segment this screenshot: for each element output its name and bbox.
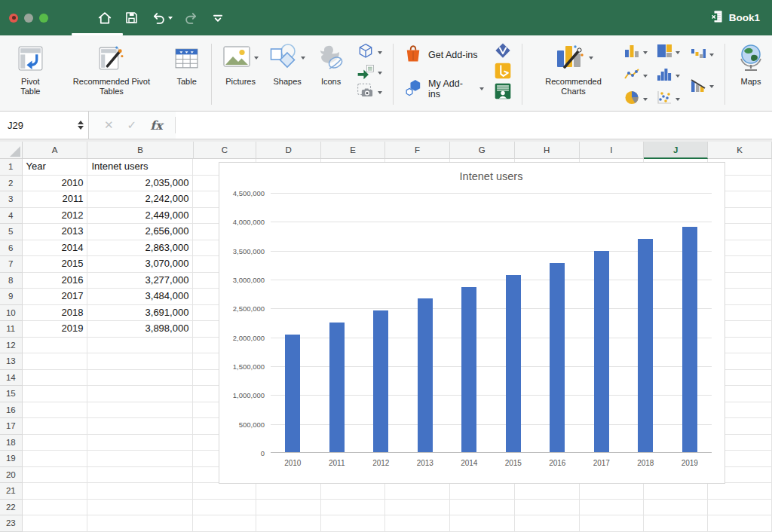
- shapes-dropdown-icon[interactable]: [301, 57, 305, 60]
- insert-scatter-chart-button[interactable]: [657, 90, 680, 108]
- row-header-1[interactable]: 1: [0, 159, 23, 176]
- cell-C23[interactable]: [193, 515, 256, 532]
- cell-B15[interactable]: [87, 386, 193, 402]
- row-header-9[interactable]: 9: [0, 289, 23, 305]
- my-addins-dropdown-icon[interactable]: [479, 87, 484, 90]
- redo-button[interactable]: [183, 10, 200, 26]
- row-header-10[interactable]: 10: [0, 305, 23, 322]
- cell-B5[interactable]: 2,656,000: [87, 224, 193, 240]
- pie-chart-dropdown-icon[interactable]: [643, 98, 648, 101]
- cell-B16[interactable]: [87, 402, 193, 419]
- pictures-button[interactable]: Pictures: [222, 39, 259, 87]
- stepper-down-icon[interactable]: [78, 126, 84, 130]
- cell-B2[interactable]: 2,035,000: [87, 176, 193, 192]
- recommended-charts-dropdown-icon[interactable]: [589, 57, 593, 60]
- cell-A17[interactable]: [23, 418, 88, 435]
- histogram-chart-dropdown-icon[interactable]: [676, 75, 680, 78]
- screenshot-button[interactable]: [357, 83, 382, 102]
- cell-B11[interactable]: 3,898,000: [87, 321, 193, 338]
- row-header-3[interactable]: 3: [0, 191, 23, 208]
- row-header-22[interactable]: 22: [0, 500, 23, 516]
- cell-K21[interactable]: [708, 483, 772, 500]
- row-header-16[interactable]: 16: [0, 402, 23, 419]
- insert-function-icon[interactable]: fx: [150, 118, 162, 133]
- cell-J23[interactable]: [644, 515, 708, 532]
- name-box-stepper[interactable]: [78, 121, 84, 130]
- cell-K23[interactable]: [708, 515, 772, 532]
- cell-B12[interactable]: [87, 338, 193, 354]
- cell-A9[interactable]: 2017: [23, 289, 88, 305]
- cell-B8[interactable]: 3,277,000: [87, 273, 193, 289]
- cell-A4[interactable]: 2012: [23, 208, 88, 225]
- cell-B10[interactable]: 3,691,000: [87, 305, 193, 322]
- chart-bar-2011[interactable]: [329, 323, 345, 452]
- cell-A13[interactable]: [23, 353, 88, 370]
- line-chart-dropdown-icon[interactable]: [643, 75, 648, 78]
- cell-A19[interactable]: [23, 451, 88, 467]
- cell-B19[interactable]: [87, 451, 193, 467]
- cell-G21[interactable]: [450, 483, 515, 500]
- 3d-models-button[interactable]: [357, 42, 382, 63]
- column-header-F[interactable]: F: [385, 142, 450, 159]
- row-header-19[interactable]: 19: [0, 451, 23, 467]
- row-header-8[interactable]: 8: [0, 273, 23, 289]
- cell-B18[interactable]: [87, 435, 193, 451]
- name-box[interactable]: J29: [0, 112, 89, 139]
- select-all-corner[interactable]: [0, 142, 23, 159]
- cell-A11[interactable]: 2019: [23, 321, 88, 338]
- cell-A16[interactable]: [23, 402, 88, 419]
- column-header-C[interactable]: C: [194, 142, 257, 159]
- cell-D22[interactable]: [256, 500, 321, 516]
- my-addins-button[interactable]: My Add-ins: [404, 78, 484, 99]
- icons-button[interactable]: Icons: [316, 39, 346, 87]
- row-header-15[interactable]: 15: [0, 386, 23, 402]
- cell-J22[interactable]: [644, 500, 708, 516]
- bing-addin-icon[interactable]: [495, 63, 511, 82]
- cell-F21[interactable]: [385, 483, 450, 500]
- cell-B22[interactable]: [87, 500, 193, 516]
- home-icon[interactable]: [96, 10, 113, 26]
- shapes-button[interactable]: Shapes: [269, 39, 305, 87]
- cancel-icon[interactable]: ✕: [104, 118, 114, 132]
- row-header-13[interactable]: 13: [0, 353, 23, 370]
- chart-bar-2016[interactable]: [550, 263, 565, 452]
- enter-icon[interactable]: ✓: [127, 118, 137, 132]
- cell-A22[interactable]: [23, 500, 88, 516]
- cell-A14[interactable]: [23, 370, 88, 387]
- cell-A6[interactable]: 2014: [23, 240, 88, 257]
- row-header-11[interactable]: 11: [0, 321, 23, 338]
- table-button[interactable]: Table: [173, 39, 201, 87]
- get-addins-button[interactable]: Get Add-ins: [404, 44, 484, 66]
- cell-E22[interactable]: [321, 500, 385, 516]
- visio-addin-icon[interactable]: [495, 42, 511, 62]
- cell-A23[interactable]: [23, 515, 88, 532]
- insert-combo-chart-button[interactable]: [691, 78, 714, 96]
- column-header-H[interactable]: H: [515, 142, 580, 159]
- cell-F23[interactable]: [385, 515, 450, 532]
- cell-J21[interactable]: [644, 483, 708, 500]
- embedded-chart[interactable]: Intenet users 0500,0001,000,0001,500,000…: [219, 162, 725, 484]
- chart-bar-2015[interactable]: [506, 275, 521, 452]
- formula-input[interactable]: [176, 112, 772, 139]
- cell-G23[interactable]: [450, 515, 515, 532]
- cell-D23[interactable]: [256, 515, 321, 532]
- pictures-dropdown-icon[interactable]: [254, 57, 259, 60]
- save-icon[interactable]: [124, 10, 139, 26]
- treemap-chart-dropdown-icon[interactable]: [676, 51, 680, 54]
- cell-D21[interactable]: [256, 483, 321, 500]
- cell-E21[interactable]: [321, 483, 385, 500]
- name-box-value[interactable]: J29: [8, 120, 78, 131]
- cell-A1[interactable]: Year: [23, 159, 88, 176]
- column-header-A[interactable]: A: [23, 142, 88, 159]
- cell-B23[interactable]: [87, 515, 193, 532]
- row-header-5[interactable]: 5: [0, 224, 23, 240]
- cell-A3[interactable]: 2011: [23, 191, 88, 208]
- row-header-20[interactable]: 20: [0, 467, 23, 484]
- close-button[interactable]: [9, 14, 18, 23]
- cell-A2[interactable]: 2010: [23, 176, 88, 192]
- smartart-dropdown-icon[interactable]: [378, 72, 382, 75]
- waterfall-chart-dropdown-icon[interactable]: [709, 54, 714, 57]
- row-header-4[interactable]: 4: [0, 208, 23, 225]
- cell-B7[interactable]: 3,070,000: [87, 256, 193, 273]
- cell-A12[interactable]: [23, 338, 88, 354]
